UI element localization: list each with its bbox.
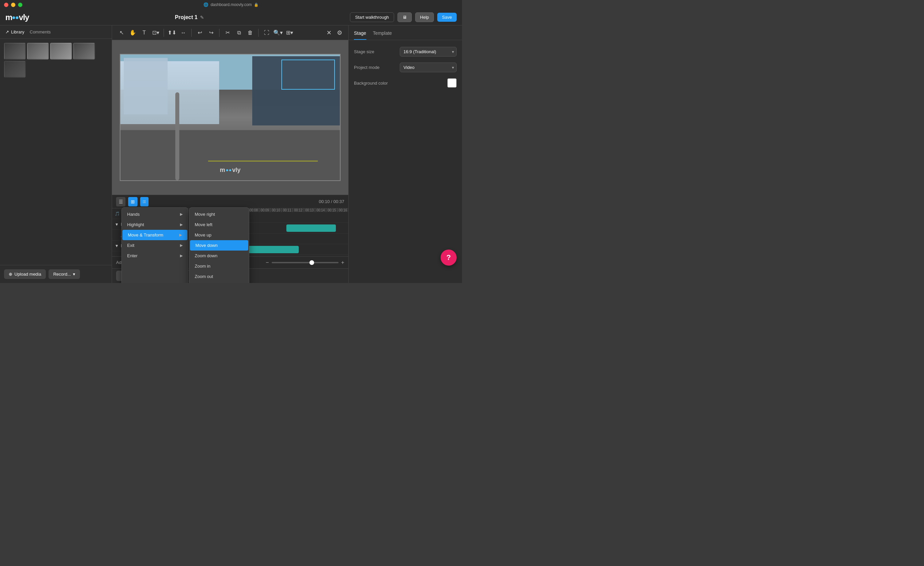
track-expand-icon[interactable]: ▼ <box>115 222 119 227</box>
submenu-item-zoom-out[interactable]: Zoom out <box>189 271 249 282</box>
project-mode-select[interactable]: Video <box>400 63 457 72</box>
background-color-swatch[interactable] <box>447 78 457 88</box>
cut-button[interactable]: ✂ <box>222 27 233 38</box>
total-time: 00:37 <box>333 199 344 204</box>
context-menu-item-enter[interactable]: Enter ▶ <box>122 251 188 261</box>
current-time: 00:10 <box>319 199 330 204</box>
thumbnail-item[interactable] <box>73 43 95 60</box>
stage-size-row: Stage size 16:9 (Traditional) ▾ <box>354 47 457 57</box>
submenu-item-move-right[interactable]: Move right <box>189 209 249 219</box>
fullscreen-button[interactable]: ⛶ <box>261 27 272 38</box>
close-panel-button[interactable]: ✕ <box>324 28 333 38</box>
submenu-item-move-up[interactable]: Move up <box>189 230 249 240</box>
align-horizontal-button[interactable]: ↔ <box>178 27 189 38</box>
close-button[interactable] <box>4 3 8 7</box>
project-mode-select-wrapper: Video ▾ <box>400 63 457 72</box>
left-sidebar: ↗ Library Comments ⊕ Upload media Record… <box>0 26 112 283</box>
context-item-label: Enter <box>127 253 138 258</box>
sidebar-tab-library[interactable]: ↗ Library <box>5 29 24 35</box>
grid-button[interactable]: ⊞▾ <box>284 27 295 38</box>
maximize-button[interactable] <box>18 3 22 7</box>
stage-size-select[interactable]: 16:9 (Traditional) <box>400 47 457 57</box>
context-item-label: Exit <box>127 243 135 248</box>
context-item-label: Highlight <box>127 222 144 227</box>
ruler-mark: 00:14 <box>315 209 326 212</box>
timeline-time-display: 00:10 / 00:37 <box>319 199 344 204</box>
plus-icon: ⊕ <box>9 272 12 277</box>
thumbnail-item[interactable] <box>4 61 26 78</box>
toolbar-separator-2 <box>191 29 192 37</box>
playhead-slider[interactable] <box>272 262 339 263</box>
thumbnail-item[interactable] <box>50 43 72 60</box>
settings-button[interactable]: ⚙ <box>335 28 344 38</box>
topbar-center: Project 1 ✎ <box>175 14 204 20</box>
thumbnail-item[interactable] <box>4 43 26 60</box>
save-button[interactable]: Save <box>437 13 457 22</box>
playhead-thumb[interactable] <box>309 260 314 265</box>
redo-button[interactable]: ↪ <box>206 27 216 38</box>
minimize-button[interactable] <box>11 3 15 7</box>
logo-area: mvly <box>5 13 29 22</box>
zoom-button[interactable]: 🔍▾ <box>273 27 284 38</box>
track-icon: 🎵 <box>115 212 120 216</box>
upload-media-button[interactable]: ⊕ Upload media <box>4 269 46 279</box>
topbar: mvly Project 1 ✎ Start walkthrough 🖥 Hel… <box>0 9 462 26</box>
sidebar-tabs: ↗ Library Comments <box>0 26 112 39</box>
ruler-mark: 00:12 <box>292 209 303 212</box>
timeline-grid-view-button[interactable]: ⊞ <box>128 197 138 206</box>
context-menu-item-highlight[interactable]: Highlight ▶ <box>122 219 188 230</box>
tool-group-align: ⬆⬇ ↔ <box>166 27 189 38</box>
toolbar-separator-1 <box>164 29 164 37</box>
submenu-item-zoom-in[interactable]: Zoom in <box>189 261 249 271</box>
thumbnail-item[interactable] <box>27 43 49 60</box>
edit-project-icon[interactable]: ✎ <box>200 15 204 20</box>
record-button[interactable]: Record... ▾ <box>48 269 80 279</box>
zoom-out-icon[interactable]: − <box>266 260 268 266</box>
timeline-controls: ☰ ⊞ ▶⃝ 00:10 / 00:37 <box>112 195 348 209</box>
undo-button[interactable]: ↩ <box>194 27 205 38</box>
project-mode-label: Project mode <box>354 65 380 70</box>
tool-group-history: ↩ ↪ <box>194 27 216 38</box>
logo: mvly <box>5 13 29 22</box>
select-tool-button[interactable]: ↖ <box>116 27 127 38</box>
help-fab-button[interactable]: ? <box>441 249 457 266</box>
ruler-mark: 00:08 <box>248 209 259 212</box>
hand-tool-button[interactable]: ✋ <box>128 27 138 38</box>
timeline-list-view-button[interactable]: ☰ <box>116 197 126 206</box>
submenu-item-move-down[interactable]: Move down <box>190 240 248 251</box>
tab-template[interactable]: Template <box>373 30 392 40</box>
background-color-row: Background color <box>354 78 457 88</box>
url-text: dashboard.moovly.com <box>210 2 252 7</box>
context-menu-item-hands[interactable]: Hands ▶ <box>122 209 188 219</box>
submenu-item-rotate-90[interactable]: Rotate 90° <box>189 282 249 283</box>
display-button[interactable]: 🖥 <box>398 12 412 22</box>
align-vertical-button[interactable]: ⬆⬇ <box>166 27 177 38</box>
help-button[interactable]: Help <box>415 12 434 22</box>
timeline-mode-button[interactable]: ▶⃝ <box>140 197 148 206</box>
context-menu-item-exit[interactable]: Exit ▶ <box>122 240 188 251</box>
background-color-label: Background color <box>354 81 388 86</box>
submenu-item-zoom-down[interactable]: Zoom down <box>189 251 249 261</box>
start-walkthrough-button[interactable]: Start walkthrough <box>350 12 394 22</box>
shape-tool-button[interactable]: ⊡▾ <box>150 27 161 38</box>
track-block[interactable] <box>286 224 336 232</box>
watermark: mvly <box>220 167 240 174</box>
canvas[interactable]: mvly <box>120 54 340 181</box>
submenu-item-move-left[interactable]: Move left <box>189 219 249 230</box>
tab-stage[interactable]: Stage <box>354 30 366 40</box>
context-menu-item-move-transform[interactable]: Move & Transform ▶ <box>123 230 188 240</box>
track-expand-icon[interactable]: ▼ <box>115 243 119 248</box>
text-tool-button[interactable]: T <box>139 27 150 38</box>
ruler-mark: 00:13 <box>304 209 315 212</box>
titlebar-url: 🌐 dashboard.moovly.com 🔒 <box>203 2 258 7</box>
delete-button[interactable]: 🗑 <box>245 27 256 38</box>
submenu-arrow-icon: ▶ <box>180 254 183 258</box>
ruler-mark: 00:15 <box>326 209 337 212</box>
zoom-in-icon[interactable]: + <box>341 260 344 266</box>
copy-button[interactable]: ⧉ <box>234 27 244 38</box>
record-label: Record... <box>53 272 71 277</box>
sidebar-tab-comments[interactable]: Comments <box>30 29 51 35</box>
stage-size-label: Stage size <box>354 49 374 54</box>
favicon-icon: 🌐 <box>203 2 208 7</box>
submenu-arrow-icon: ▶ <box>180 212 183 216</box>
